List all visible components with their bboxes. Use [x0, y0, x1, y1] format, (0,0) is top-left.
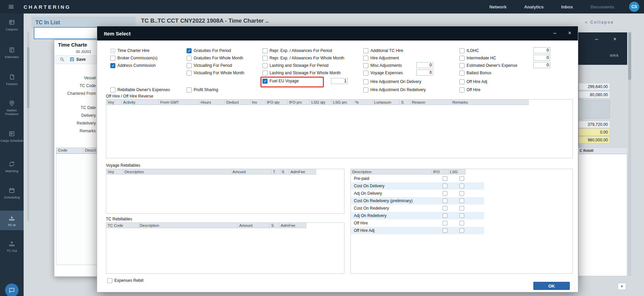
checkbox-ilohc[interactable]: ILOHC [459, 48, 479, 53]
estimates-icon [8, 47, 16, 53]
checkbox-box [110, 56, 115, 61]
lsg-checkbox[interactable] [459, 206, 464, 211]
ifo-checkbox[interactable] [443, 213, 447, 218]
sidebar-item-cargo-schedule[interactable]: Cargo Schedule [0, 130, 24, 142]
off-hire-section-label: Off Hire / Off Hire Reverse [106, 94, 153, 99]
field-label-remarks: Remarks [55, 129, 96, 133]
checkbox-ballast-bonus[interactable]: Ballast Bonus [459, 70, 491, 76]
ilohc-input[interactable] [533, 47, 550, 53]
checkbox-broker-commissions[interactable]: Broker Commission(s) [110, 55, 158, 61]
checkbox-repr-exp-allowances-for-whole-month[interactable]: Repr. Exp. / Allowances For Whole Month [262, 55, 344, 61]
sidebar-item-tc-in[interactable]: TC In [0, 211, 24, 230]
sidebar-item-tc-out[interactable]: TC Out [0, 240, 24, 252]
estimated-owners-expense-input[interactable] [533, 62, 550, 68]
ifo-checkbox[interactable] [443, 191, 447, 196]
checkbox-voyage-expenses[interactable]: Voyage Expenses [363, 70, 403, 76]
checkbox-victualling-for-period[interactable]: Victualling For Period [187, 63, 232, 68]
checkbox-box [262, 63, 268, 68]
checkbox-gratuities-for-period[interactable]: Gratuities For Period [187, 48, 231, 53]
save-button[interactable]: Save [69, 57, 86, 62]
lsg-checkbox[interactable] [459, 213, 464, 218]
checkbox-time-charter-hire[interactable]: Time Charter Hire [110, 48, 149, 53]
nav-analytics[interactable]: Analytics [524, 4, 544, 9]
checkbox-victualling-for-whole-month[interactable]: Victualling For Whole Month [187, 70, 244, 76]
ifo-checkbox[interactable] [443, 228, 447, 233]
checkbox-box [107, 278, 112, 283]
checkbox-gratuities-for-whole-month[interactable]: Gratuities For Whole Month [187, 55, 243, 61]
right-scrollbar-thumb[interactable] [628, 32, 631, 80]
checkbox-profit-sharing[interactable]: Profit Sharing [187, 87, 218, 92]
lsg-checkbox[interactable] [459, 221, 464, 225]
checkbox-hire-adjustment-on-delivery[interactable]: Hire Adjustment On Delivery [363, 79, 421, 84]
intermediate-hc-input[interactable] [533, 55, 550, 61]
checkbox-off-hire[interactable]: Off Hire [459, 87, 480, 92]
ifo-checkbox[interactable] [443, 176, 447, 181]
checkbox-estimated-owners-expense[interactable]: Estimated Owner's Expense [459, 63, 517, 68]
checkbox-misc-adjustments[interactable]: Misc Adjustments [363, 63, 402, 68]
chat-bubble-icon [8, 287, 16, 294]
checkbox-rebillable-owners-expenses[interactable]: Rebillable Owner's Expenses [110, 87, 170, 92]
checkbox-additional-tc-hire[interactable]: Additional TC Hire [363, 48, 403, 53]
lsg-checkbox[interactable] [459, 184, 464, 188]
off-hire-table-header: Voy Activity From GMT Hours Deduct Inv I… [106, 100, 529, 105]
lsg-checkbox[interactable] [459, 191, 464, 196]
background-value-4: 0.00 [579, 129, 610, 136]
lsg-checkbox[interactable] [459, 228, 464, 233]
checkbox-box [363, 63, 368, 68]
chat-button[interactable] [5, 284, 19, 296]
sidebar-item-matching[interactable]: Matching [0, 161, 24, 173]
tc-rebillables-label: TC Rebillables [106, 217, 132, 221]
search-icon[interactable] [59, 57, 65, 63]
checkbox-box [187, 87, 192, 92]
cargo-schedule-icon [8, 130, 16, 137]
collapse-icon: » [585, 20, 588, 25]
nav-network[interactable]: Network [489, 4, 506, 9]
ok-button[interactable]: OK [533, 282, 570, 290]
checkbox-hire-adjustment[interactable]: Hire Adjustment [363, 55, 399, 61]
user-avatar[interactable]: CS [629, 2, 639, 12]
close-icon[interactable]: × [613, 36, 616, 42]
minimize-icon[interactable]: – [595, 36, 598, 42]
background-value-5: 960,000.00 [579, 136, 610, 143]
sidebar-item-scheduling[interactable]: Scheduling [0, 187, 24, 199]
nav-inbox[interactable]: Inbox [561, 4, 573, 9]
ifo-checkbox[interactable] [443, 184, 447, 188]
checkbox-intermediate-hc[interactable]: Intermediate HC [459, 55, 496, 61]
background-table-fragment [578, 154, 627, 276]
checkbox-hire-adjustment-on-redelivery[interactable]: Hire Adjustment On Redelivery [363, 87, 426, 92]
sidebar-item-estimates[interactable]: Estimates [0, 47, 24, 59]
checkbox-expenses-rebill[interactable]: Expenses Rebill [107, 278, 143, 283]
collapse-button[interactable]: » Collapse [585, 20, 614, 25]
modal-minimize-icon[interactable]: – [553, 30, 556, 36]
list-scrollbar-thumb[interactable] [27, 47, 29, 108]
ifo-checkbox[interactable] [443, 206, 447, 211]
ifo-checkbox[interactable] [443, 198, 447, 203]
checkbox-fuel-eu-voyage[interactable]: Fuel EU Voyage [262, 78, 299, 84]
checkbox-box [262, 56, 268, 61]
checkbox-lashing-and-stowage-for-whole-month[interactable]: Lashing and Stowage For Whole Month [262, 70, 341, 76]
tc-out-icon [8, 240, 16, 247]
top-nav: Network Analytics Inbox Documents CS [472, 2, 639, 12]
checkbox-lashing-and-stowage-for-period[interactable]: Lashing and Stowage For Period [262, 63, 329, 68]
sidebar-item-cargoes[interactable]: Cargoes [0, 19, 24, 31]
lsg-checkbox[interactable] [459, 198, 464, 203]
modal-close-icon[interactable]: × [568, 30, 571, 36]
checkbox-box [262, 48, 268, 53]
checkbox-repr-exp-allowances-for-period[interactable]: Repr. Exp. / Allowances For Period [262, 48, 332, 53]
checkbox-box [459, 56, 465, 61]
checkbox-off-hire-adj[interactable]: Off Hire Adj [459, 79, 487, 84]
voyage-expenses-input[interactable] [416, 70, 433, 76]
bunkers-table: Description IFO LSG Pre-paid Cost On Del… [351, 169, 573, 274]
sidebar-item-market-positions[interactable]: Market Positions [0, 100, 24, 116]
nav-documents[interactable]: Documents [590, 4, 614, 9]
time-charter-dialog-title: Time Charte [58, 42, 87, 48]
hamburger-menu-icon[interactable] [7, 2, 16, 11]
ifo-checkbox[interactable] [443, 221, 447, 225]
checkbox-address-commission[interactable]: Address Commission [110, 63, 156, 68]
field-label-redelivery: Redelivery [55, 121, 96, 126]
misc-adjustments-input[interactable] [416, 62, 433, 68]
lsg-checkbox[interactable] [459, 176, 464, 181]
dropdown-arrow[interactable]: ▾ [618, 283, 626, 290]
fuel-eu-voyage-input[interactable] [331, 78, 348, 84]
sidebar-item-fixtures[interactable]: Fixtures [0, 74, 24, 86]
